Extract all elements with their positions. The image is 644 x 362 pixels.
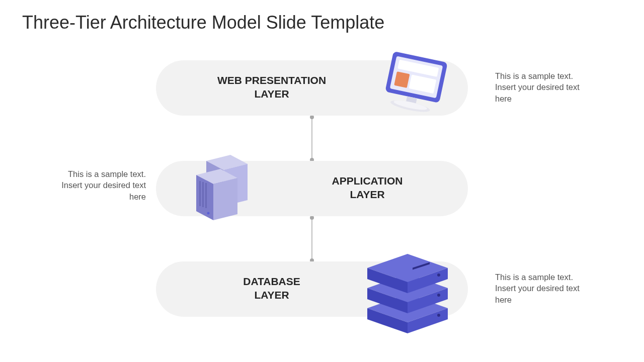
tier-label-line1: WEB PRESENTATION <box>217 74 326 86</box>
connector-line <box>311 117 312 160</box>
database-stack-icon <box>362 249 463 344</box>
monitor-icon <box>374 50 455 126</box>
connector-dot <box>310 115 314 119</box>
tier-label: APPLICATION LAYER <box>302 174 433 202</box>
tier-label-line1: DATABASE <box>243 276 300 287</box>
tier-caption: This is a sample text. Insert your desir… <box>50 168 146 202</box>
svg-rect-15 <box>202 182 204 207</box>
tier-caption: This is a sample text. Insert your desir… <box>495 272 596 305</box>
slide-title: Three-Tier Architecture Model Slide Temp… <box>22 12 384 33</box>
tier-label-line2: LAYER <box>254 289 289 301</box>
tier-caption: This is a sample text. Insert your desir… <box>495 70 596 104</box>
svg-point-17 <box>207 212 210 215</box>
svg-marker-13 <box>213 178 237 220</box>
tier-label: DATABASE LAYER <box>206 275 337 302</box>
tier-label-line2: LAYER <box>350 189 384 200</box>
connector-dot <box>310 216 314 220</box>
connector-line <box>311 217 312 260</box>
svg-rect-16 <box>205 183 207 208</box>
svg-rect-14 <box>199 181 201 206</box>
tier-label: WEB PRESENTATION LAYER <box>206 73 337 101</box>
servers-icon <box>186 146 267 226</box>
tier-label-line1: APPLICATION <box>332 175 403 187</box>
diagram-stage: WEB PRESENTATION LAYER This is a sample … <box>0 55 644 357</box>
tier-label-line2: LAYER <box>254 88 289 100</box>
